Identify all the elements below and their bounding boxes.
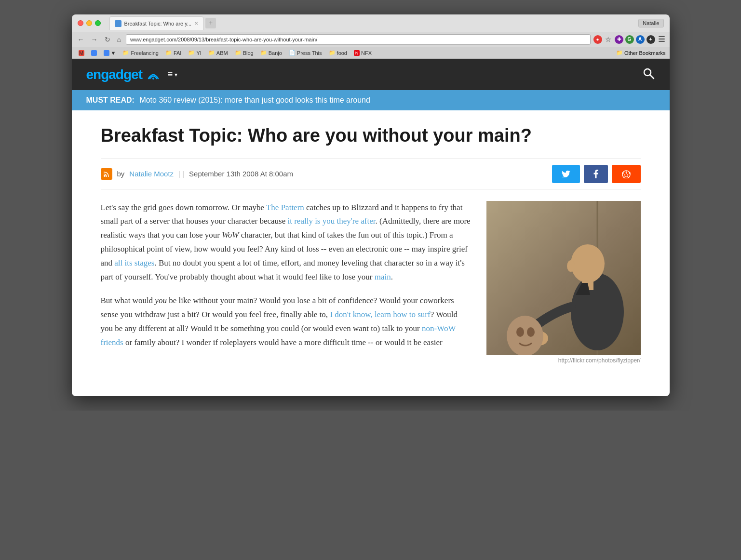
twitter-share-button[interactable] (552, 165, 580, 183)
hamburger-icon: ≡ (168, 69, 173, 80)
extension-icon-3[interactable]: G (625, 35, 634, 44)
doc-icon: 📄 (289, 50, 296, 56)
other-bookmarks-label: Other Bookmarks (624, 50, 666, 56)
extension-icon-5[interactable]: + (647, 35, 655, 44)
maximize-button[interactable] (95, 20, 101, 26)
bookmark-text: Freelancing (131, 50, 158, 56)
bookmark-icon-blue-2 (104, 50, 109, 56)
site-header: engadget ≡ ▾ (72, 59, 670, 90)
after-link[interactable]: it really is you they're after (288, 216, 376, 226)
image-caption: http://flickr.com/photos/flyzipper/ (486, 355, 641, 366)
wow-italic-1: WoW (222, 230, 239, 240)
pattern-link[interactable]: The Pattern (266, 203, 304, 212)
folder-icon-other: 📁 (616, 50, 623, 56)
facebook-share-button[interactable] (584, 165, 608, 183)
browser-menu-icon[interactable]: ☰ (657, 35, 666, 44)
twitter-icon (562, 171, 570, 177)
period-1: . (391, 272, 393, 281)
browser-titlebar: Breakfast Topic: Who are y... ✕ + Natali… (72, 14, 670, 32)
svg-point-3 (104, 175, 106, 177)
site-logo: engadget (86, 67, 160, 82)
text-before-link1: Let's say the grid goes down tomorrow. O… (101, 203, 266, 212)
folder-icon-fai: 📁 (165, 50, 172, 56)
bookmark-banjo[interactable]: 📁 Banjo (257, 49, 285, 56)
article-paragraph-1: Let's say the grid goes down tomorrow. O… (101, 201, 472, 284)
bookmark-fai[interactable]: 📁 FAI (162, 49, 185, 56)
other-bookmarks[interactable]: 📁 Other Bookmarks (616, 50, 666, 56)
bookmark-yi[interactable]: 📁 YI (185, 49, 204, 56)
address-bar[interactable] (126, 34, 591, 45)
refresh-button[interactable]: ↻ (103, 35, 112, 44)
bookmark-icon-blue (91, 50, 97, 56)
social-buttons (552, 165, 641, 183)
new-tab-button[interactable]: + (205, 18, 216, 28)
extension-icon-1[interactable]: ● (593, 35, 602, 44)
bookmark-food[interactable]: 📁 food (326, 49, 350, 56)
bookmark-gmail[interactable]: M (76, 50, 87, 56)
close-button[interactable] (78, 20, 83, 26)
reddit-share-button[interactable] (612, 165, 641, 183)
active-tab[interactable]: Breakfast Topic: Who are y... ✕ (109, 16, 204, 30)
article-paragraph-2: But what would you be like without your … (101, 294, 472, 350)
logo-signal-icon (147, 70, 160, 80)
browser-toolbar: ← → ↻ ⌂ ● ☆ ✚ G A + ☰ (72, 32, 670, 47)
tab-title: Breakfast Topic: Who are y... (124, 21, 192, 27)
svg-point-14 (571, 273, 624, 350)
surf-link[interactable]: I don't know, learn how to surf (330, 310, 430, 319)
folder-icon-blog: 📁 (235, 50, 242, 56)
folder-icon-food: 📁 (329, 50, 336, 56)
author-link[interactable]: Natalie Mootz (129, 170, 174, 178)
svg-point-5 (624, 174, 625, 175)
extension-icon-4[interactable]: A (636, 35, 645, 44)
hamburger-menu-button[interactable]: ≡ ▾ (168, 69, 178, 80)
bookmark-item[interactable] (88, 50, 100, 56)
main-link[interactable]: main (375, 272, 391, 281)
stages-link[interactable]: all its stages (114, 258, 154, 267)
back-button[interactable]: ← (76, 35, 86, 44)
bookmark-freelancing[interactable]: 📁 Freelancing (120, 49, 161, 56)
bookmark-text-yi: YI (196, 50, 201, 56)
bookmarks-bar: M ▼ 📁 Freelancing 📁 FAI 📁 YI 📁 ABM 📁 Blo… (72, 47, 670, 59)
facebook-icon (593, 170, 598, 178)
bookmark-item-2[interactable]: ▼ (101, 50, 119, 56)
text-final-1: . But no doubt you spent a lot of time, … (101, 258, 465, 281)
article-image-svg (486, 201, 641, 355)
forward-button[interactable]: → (89, 35, 100, 44)
svg-point-19 (516, 327, 524, 337)
meta-separator: | | (178, 170, 184, 178)
bookmark-star-icon[interactable]: ☆ (604, 35, 613, 44)
you-italic: you (155, 296, 167, 305)
search-button[interactable] (642, 67, 655, 83)
folder-icon: 📁 (122, 50, 129, 56)
bookmark-text-food: food (337, 50, 347, 56)
article-text: Let's say the grid goes down tomorrow. O… (101, 201, 472, 360)
must-read-prefix: MUST READ: (86, 96, 135, 104)
home-button[interactable]: ⌂ (115, 35, 123, 44)
bookmark-blog[interactable]: 📁 Blog (232, 49, 256, 56)
page-content: engadget ≡ ▾ (72, 59, 670, 396)
must-read-banner[interactable]: MUST READ: Moto 360 review (2015): more … (72, 90, 670, 110)
feed-icon (101, 168, 112, 180)
bookmark-text-abm: ABM (216, 50, 228, 56)
bookmark-press-this[interactable]: 📄 Press This (286, 49, 325, 56)
search-icon (642, 67, 655, 80)
nfx-icon: N (354, 50, 360, 56)
minimize-button[interactable] (86, 20, 92, 26)
bookmark-nfx[interactable]: N NFX (351, 50, 375, 56)
svg-point-18 (507, 316, 543, 355)
svg-point-6 (627, 174, 628, 175)
tab-close-icon[interactable]: ✕ (194, 21, 198, 26)
user-profile-button[interactable]: Natalie (638, 19, 663, 27)
toolbar-icons: ● ☆ ✚ G A + ☰ (593, 35, 666, 44)
reddit-icon (621, 170, 631, 178)
must-read-text: Moto 360 review (2015): more than just g… (139, 96, 370, 104)
tab-bar: Breakfast Topic: Who are y... ✕ + (109, 16, 635, 30)
svg-point-20 (527, 327, 535, 337)
svg-point-9 (629, 172, 631, 174)
article-content: Let's say the grid goes down tomorrow. O… (101, 201, 641, 366)
article-meta-left: by Natalie Mootz | | September 13th 2008… (101, 168, 294, 180)
bookmark-abm[interactable]: 📁 ABM (205, 49, 231, 56)
extension-icon-2[interactable]: ✚ (615, 35, 623, 44)
article-date: September 13th 2008 At 8:00am (189, 170, 293, 178)
gmail-icon: M (79, 50, 84, 56)
